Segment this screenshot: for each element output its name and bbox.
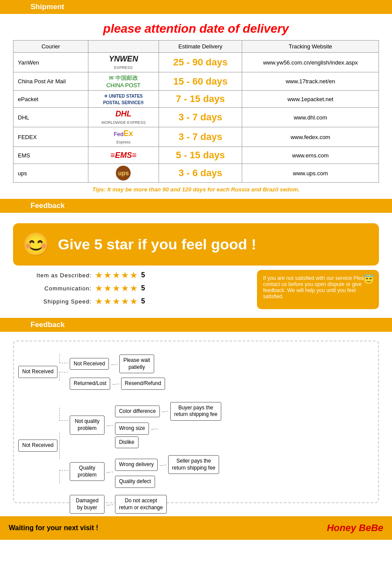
flow-left-not-received-1: Not Received <box>18 354 57 389</box>
rating-row-communication: Communication: ★★★★★ 5 <box>13 283 248 293</box>
mid-col-1: Not Received - - -→ Please waitpatietly … <box>70 354 165 390</box>
stars-communication: ★★★★★ <box>95 283 139 293</box>
flowchart-section: Not Received Not Received - - -→ Please … <box>0 332 392 512</box>
col-courier: Courier <box>14 41 88 53</box>
col-tracking: Tracking Website <box>242 41 379 53</box>
node-returned-lost: Returned/Lost <box>70 378 110 390</box>
table-row: DHL DHLWORLDWIDE EXPRESS 3 - 7 days www.… <box>14 108 379 127</box>
rating-row-shipping: Shipping Speed: ★★★★★ 5 <box>13 296 248 307</box>
table-row: FEDEX FedExExpress 3 - 7 days www.fedex.… <box>14 127 379 147</box>
flowchart-container: Not Received Not Received - - -→ Please … <box>13 341 379 503</box>
score-described: 5 <box>141 271 145 279</box>
row-damaged: Damagedby buyer - - -→ Do not acceptretu… <box>70 495 221 514</box>
row-wrong-size: Wrong size - - -→ <box>115 422 221 435</box>
node-quality: Qualityproblem <box>70 462 105 481</box>
table-row: EMS ≡EMS≡ 5 - 15 days www.ems.com <box>14 147 379 164</box>
row-dislike: Dislike <box>115 436 221 449</box>
rating-label-described: Item as Described: <box>13 272 91 279</box>
feedback1-section: Feedback 😊 Give 5 star if you feel good … <box>0 199 392 318</box>
row-returned-lost: Returned/Lost - - -→ Resend/Refund <box>70 378 165 390</box>
smiley-icon: 😊 <box>22 231 50 258</box>
row-wrong-delivery: Wrong delivery - - -→ Seller pays theret… <box>115 455 219 474</box>
mid-col-2: Not qualityproblem - - -→ Color differen… <box>70 402 221 489</box>
branch-connector-2 <box>59 402 68 489</box>
contact-text: If you are not satisfied with our servic… <box>263 275 369 300</box>
table-row: ups ups 3 - 6 days www.ups.com <box>14 164 379 183</box>
feedback1-label: Feedback <box>30 201 64 210</box>
rating-label-shipping: Shipping Speed: <box>13 298 91 305</box>
quality-branches: Wrong delivery - - -→ Seller pays theret… <box>115 455 219 488</box>
node-do-not-accept: Do not acceptreturn or exchange <box>115 495 167 514</box>
node-not-received-branch: Not Received <box>70 358 109 370</box>
node-not-received-1: Not Received <box>18 366 57 378</box>
give-star-text: Give 5 star if you feel good ! <box>58 236 256 253</box>
score-shipping: 5 <box>141 297 145 305</box>
ratings-area: Item as Described: ★★★★★ 5 Communication… <box>13 270 379 309</box>
footer-left-text: Waiting for your next visit ! <box>9 524 98 532</box>
feedback2-label: Feedback <box>30 320 64 329</box>
node-seller-pays: Seller pays thereturn shipping fee <box>168 455 219 474</box>
row-not-received-branch: Not Received - - -→ Please waitpatietly <box>70 354 165 373</box>
tips-text: Tips: It may be more than 90 and 120 day… <box>13 183 379 194</box>
shipping-table: Courier Estimate Delivery Tracking Websi… <box>13 40 379 183</box>
footer-bar: Waiting for your next visit ! Honey BeBe <box>0 516 392 540</box>
flow-left-not-received-2: Not Received <box>18 402 57 489</box>
flow-group-top: Not Received Not Received - - -→ Please … <box>18 354 374 390</box>
node-buyer-pays: Buyer pays thereturn shipping fee <box>170 402 221 421</box>
col-logo <box>88 41 159 53</box>
feedback2-section: Feedback Not Received <box>0 318 392 512</box>
flow-group-bottom: Not Received Not qualityproblem - - -→ <box>18 402 374 489</box>
contact-box: If you are not satisfied with our servic… <box>257 270 379 309</box>
table-row: China Post Air Mail ✉ 中国邮政CHINA POST 15 … <box>14 72 379 91</box>
node-wrong-size: Wrong size <box>115 422 149 435</box>
score-communication: 5 <box>141 284 145 292</box>
footer-right-text: Honey BeBe <box>327 522 383 534</box>
node-resend-refund: Resend/Refund <box>121 378 165 390</box>
row-not-quality: Not qualityproblem - - -→ Color differen… <box>70 402 221 448</box>
node-dislike: Dislike <box>115 436 138 449</box>
shipment-content: please attention date of delivery Courie… <box>0 14 392 199</box>
shipment-label: Shipment <box>30 3 64 11</box>
node-not-quality: Not qualityproblem <box>70 416 105 434</box>
attention-title: please attention date of delivery <box>13 18 379 40</box>
rating-row-described: Item as Described: ★★★★★ 5 <box>13 270 248 280</box>
row-quality: Qualityproblem - - -→ Wrong delivery - -… <box>70 455 221 488</box>
flowchart: Not Received Not Received - - -→ Please … <box>18 350 374 494</box>
feedback1-content: 😊 Give 5 star if you feel good ! Item as… <box>0 213 392 318</box>
angel-icon: 😇 <box>363 274 375 286</box>
node-color-diff: Color difference <box>115 405 160 418</box>
give-star-box: 😊 Give 5 star if you feel good ! <box>13 223 379 266</box>
table-row: ePacket ✈ UNITED STATESPOSTAL SERVICE® 7… <box>14 91 379 108</box>
rating-label-communication: Communication: <box>13 285 91 292</box>
col-delivery: Estimate Delivery <box>159 41 242 53</box>
node-quality-defect: Quality defect <box>115 476 155 488</box>
node-damaged: Damagedby buyer <box>70 495 105 514</box>
node-not-received-2: Not Received <box>18 440 57 452</box>
branch-connector-1 <box>59 354 68 381</box>
row-color-diff: Color difference - - -→ Buyer pays there… <box>115 402 221 421</box>
ratings-left: Item as Described: ★★★★★ 5 Communication… <box>13 270 248 309</box>
table-row: YanWen YNWENEXPRESS 25 - 90 days www.yw5… <box>14 53 379 72</box>
not-quality-branches: Color difference - - -→ Buyer pays there… <box>115 402 221 448</box>
stars-described: ★★★★★ <box>95 270 139 280</box>
row-quality-defect: Quality defect <box>115 476 219 488</box>
node-wrong-delivery: Wrong delivery <box>115 459 158 471</box>
shipment-section: Shipment please attention date of delive… <box>0 0 392 199</box>
node-please-wait: Please waitpatietly <box>119 354 154 373</box>
stars-shipping: ★★★★★ <box>95 296 139 307</box>
